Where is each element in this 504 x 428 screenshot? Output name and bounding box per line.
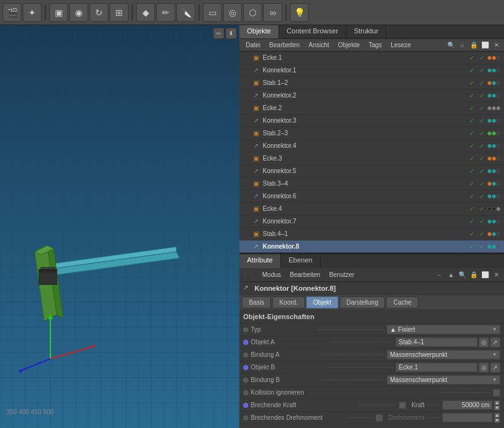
attr-menu-bearbeiten[interactable]: Bearbeiten xyxy=(286,270,324,279)
list-item[interactable]: ↗ Konnektor.4 ✓ ✓ xyxy=(239,140,504,152)
list-item[interactable]: ↗ Konnektor.7 ✓ ✓ xyxy=(239,215,504,228)
lock-icon[interactable]: ✓ xyxy=(478,167,486,176)
vp-arrow-icon[interactable]: ⇦ xyxy=(213,28,224,39)
objekt-a-link-btn[interactable]: ↗ xyxy=(490,337,500,347)
tool-star[interactable]: ✦ xyxy=(23,3,42,22)
subtab-basis[interactable]: Basis xyxy=(242,296,271,308)
attr-maximize-icon[interactable]: ⬜ xyxy=(480,270,490,280)
lock-icon[interactable]: ✓ xyxy=(478,79,486,87)
vis-icon[interactable]: ✓ xyxy=(467,179,476,188)
lock-icon[interactable]: ✓ xyxy=(478,104,486,113)
lock-icon[interactable]: ✓ xyxy=(478,66,486,75)
drehmoment-spinner[interactable]: ▲ ▼ xyxy=(494,413,500,423)
list-item[interactable]: ↗ Konnektor.2 ✓ ✓ xyxy=(239,89,504,102)
tab-ebenen[interactable]: Ebenen xyxy=(281,254,321,268)
tool-target[interactable]: ◎ xyxy=(223,3,242,22)
lock-icon[interactable]: ✓ xyxy=(478,230,486,239)
brechende-kraft-checkbox[interactable]: ✓ xyxy=(399,402,406,409)
list-item-active[interactable]: ↗ Konnektor.8 ✓ ✓ xyxy=(239,240,504,253)
vis-icon[interactable]: ✓ xyxy=(467,79,476,87)
vis-icon[interactable]: ✓ xyxy=(467,116,476,125)
vis-icon[interactable]: ✓ xyxy=(467,91,476,100)
kollision-checkbox[interactable] xyxy=(493,389,500,397)
maximize-icon[interactable]: ⬜ xyxy=(480,40,490,50)
objekt-b-value-box[interactable]: Ecke.1 xyxy=(396,363,478,372)
objekt-b-link-btn[interactable]: ↗ xyxy=(490,363,500,373)
attr-pointer-icon[interactable]: ▲ xyxy=(446,270,456,280)
vis-icon[interactable]: ✓ xyxy=(467,192,476,201)
drehmoment-value-box[interactable]: 0 xyxy=(442,413,493,422)
kraft-value-box[interactable]: 50000 cm xyxy=(442,400,493,410)
typ-dropdown[interactable]: ▲ Fixiert ▼ xyxy=(387,325,500,334)
drehmoment-checkbox[interactable] xyxy=(375,414,383,422)
attr-arrow-left-icon[interactable]: ← xyxy=(435,270,445,280)
list-item[interactable]: ↗ Konnektor.3 ✓ ✓ xyxy=(239,115,504,127)
lock-icon[interactable]: ✓ xyxy=(478,91,486,100)
vis-icon[interactable]: ✓ xyxy=(467,104,476,113)
menu-tags[interactable]: Tags xyxy=(365,40,386,50)
tab-objekte[interactable]: Objekte xyxy=(239,25,279,38)
lock-icon[interactable]: ✓ xyxy=(478,205,486,213)
objekt-a-target-btn[interactable]: ◎ xyxy=(479,337,489,347)
vis-icon[interactable]: ✓ xyxy=(467,129,476,138)
vis-icon[interactable]: ✓ xyxy=(467,230,476,239)
lock-icon[interactable]: ✓ xyxy=(478,179,486,188)
objekt-a-value-box[interactable]: Stab.4–1 xyxy=(396,337,478,347)
list-item[interactable]: ↗ Konnektor.6 ✓ ✓ xyxy=(239,190,504,203)
attr-search-icon[interactable]: 🔍 xyxy=(457,270,467,280)
list-item[interactable]: ▣ Stab.1–2 ✓ ✓ xyxy=(239,77,504,89)
drehmoment-spin-down[interactable]: ▼ xyxy=(494,418,500,423)
vis-icon[interactable]: ✓ xyxy=(467,242,476,251)
subtab-cache[interactable]: Cache xyxy=(386,296,418,308)
tool-light[interactable]: 💡 xyxy=(290,3,309,22)
tool-shapes[interactable]: ◆ xyxy=(136,3,155,22)
tool-wire[interactable]: ⬡ xyxy=(243,3,262,22)
list-item[interactable]: ↗ Konnektor.5 ✓ ✓ xyxy=(239,165,504,177)
tab-content-browser[interactable]: Content Browser xyxy=(279,25,346,38)
kraft-spin-down[interactable]: ▼ xyxy=(494,405,500,410)
list-item[interactable]: ▣ Stab.3–4 ✓ ✓ xyxy=(239,177,504,190)
close-icon[interactable]: ✕ xyxy=(491,40,501,50)
kraft-spin-up[interactable]: ▲ xyxy=(494,400,500,405)
tool-rotate[interactable]: ↻ xyxy=(89,3,108,22)
list-item[interactable]: ▣ Stab.2–3 ✓ ✓ xyxy=(239,127,504,140)
tab-struktur[interactable]: Struktur xyxy=(346,25,387,38)
tool-knife[interactable]: 🔪 xyxy=(176,3,195,22)
tool-scale[interactable]: ⊞ xyxy=(110,3,129,22)
subtab-darstellung[interactable]: Darstellung xyxy=(340,296,386,308)
lock-icon[interactable]: ✓ xyxy=(478,217,486,226)
vis-icon[interactable]: ✓ xyxy=(467,167,476,176)
list-item[interactable]: ↗ Konnektor.1 ✓ ✓ xyxy=(239,64,504,77)
bindung-a-dropdown[interactable]: Massenschwerpunkt ▼ xyxy=(387,350,500,359)
lock-icon[interactable]: 🔒 xyxy=(469,40,479,50)
tool-sphere[interactable]: ◉ xyxy=(69,3,88,22)
subtab-koord[interactable]: Koord. xyxy=(272,296,304,308)
lock-icon[interactable]: ✓ xyxy=(478,192,486,201)
objects-list[interactable]: ▣ Ecke.1 ✓ ✓ ↗ Konnektor.1 ✓ ✓ xyxy=(239,52,504,253)
objekt-b-target-btn[interactable]: ◎ xyxy=(479,363,489,373)
lock-icon[interactable]: ✓ xyxy=(478,116,486,125)
vis-icon[interactable]: ✓ xyxy=(467,54,476,62)
vis-icon[interactable]: ✓ xyxy=(467,142,476,150)
menu-ansicht[interactable]: Ansicht xyxy=(305,40,333,50)
tool-film[interactable]: 🎬 xyxy=(3,3,21,22)
attr-menu-modus[interactable]: Modus xyxy=(258,270,285,279)
vis-icon[interactable]: ✓ xyxy=(467,205,476,213)
menu-datei[interactable]: Datei xyxy=(242,40,264,50)
list-item[interactable]: ▣ Stab.4–1 ✓ ✓ xyxy=(239,228,504,240)
menu-leseze[interactable]: Leseze xyxy=(387,40,415,50)
drehmoment-spin-up[interactable]: ▲ xyxy=(494,413,500,418)
lock-icon[interactable]: ✓ xyxy=(478,142,486,150)
bindung-b-dropdown[interactable]: Massenschwerpunkt ▼ xyxy=(387,375,500,385)
tool-cube[interactable]: ▣ xyxy=(49,3,68,22)
lock-icon[interactable]: ✓ xyxy=(478,242,486,251)
home-icon[interactable]: ⌂ xyxy=(457,40,467,50)
list-item[interactable]: ▣ Ecke.4 ✓ ✓ xyxy=(239,203,504,215)
attr-lock-icon[interactable]: 🔒 xyxy=(469,270,479,280)
list-item[interactable]: ▣ Ecke.3 ✓ ✓ xyxy=(239,152,504,165)
vis-icon[interactable]: ✓ xyxy=(467,66,476,75)
tab-attribute[interactable]: Attribute xyxy=(239,254,281,268)
list-item[interactable]: ▣ Ecke.1 ✓ ✓ xyxy=(239,52,504,64)
vis-icon[interactable]: ✓ xyxy=(467,217,476,226)
attr-close-icon[interactable]: ✕ xyxy=(491,270,501,280)
